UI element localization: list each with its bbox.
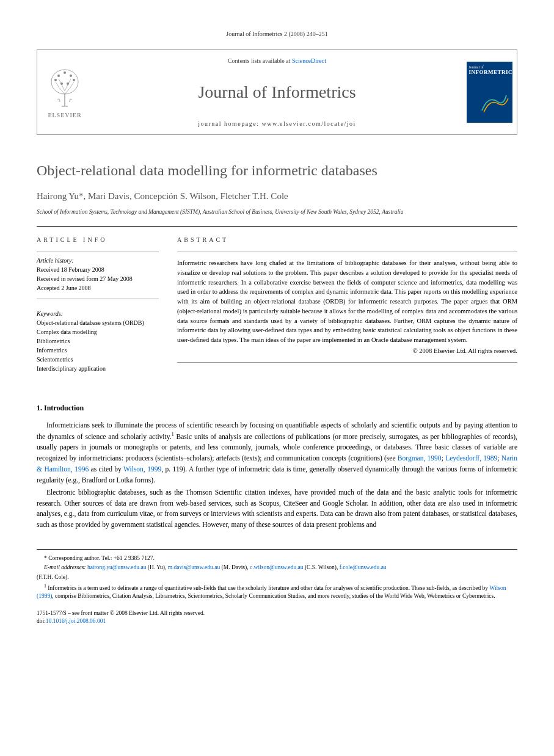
keyword: Complex data modelling <box>37 327 159 336</box>
article-info: ARTICLE INFO Article history: Received 1… <box>37 236 159 385</box>
intro-para-2: Electronic bibliographic databases, such… <box>37 487 517 531</box>
footnote-text: Informetrics is a term used to delineate… <box>48 585 489 591</box>
elsevier-label: ELSEVIER <box>48 112 81 118</box>
email-link[interactable]: c.wilson@unsw.edu.au <box>250 564 304 570</box>
email-continuation: (F.T.H. Cole). <box>37 573 517 581</box>
author-short: (M. Davis), <box>220 564 250 570</box>
para-text: as cited by <box>89 465 123 473</box>
email-link[interactable]: m.davis@unsw.edu.au <box>168 564 220 570</box>
abstract-text: Informetric researchers have long chafed… <box>177 252 517 363</box>
journal-homepage: journal homepage: www.elsevier.com/locat… <box>92 120 462 127</box>
keyword: Object-relational database systems (ORDB… <box>37 318 159 327</box>
running-head: Journal of Informetrics 2 (2008) 240–251 <box>37 31 517 37</box>
email-link[interactable]: hairong.yu@unsw.edu.au <box>87 564 147 570</box>
elsevier-logo: ELSEVIER <box>37 50 92 134</box>
svg-point-5 <box>64 71 66 74</box>
elsevier-tree-icon <box>46 67 83 109</box>
email-addresses: E-mail addresses: hairong.yu@unsw.edu.au… <box>37 564 517 572</box>
svg-point-3 <box>57 75 60 77</box>
footnote-1: 1 Informetrics is a term used to delinea… <box>37 583 517 601</box>
copyright: © 2008 Elsevier Ltd. All rights reserved… <box>177 346 517 356</box>
footnote-number: 1 <box>44 583 46 589</box>
citation-link[interactable]: Leydesdorff, 1989 <box>445 454 497 462</box>
history-block: Received 18 February 2008 Received in re… <box>37 265 159 299</box>
accepted-date: Accepted 2 June 2008 <box>37 283 159 293</box>
keywords-block: Object-relational database systems (ORDB… <box>37 318 159 379</box>
issn-line: 1751-1577/$ – see front matter © 2008 El… <box>37 609 517 617</box>
sciencedirect-link[interactable]: ScienceDirect <box>292 57 326 64</box>
svg-point-2 <box>73 79 75 81</box>
doi-label: doi: <box>37 618 46 624</box>
citation-link[interactable]: Wilson, 1999 <box>123 465 161 473</box>
footnote-text: , comprise Bibliometrics, Citation Analy… <box>52 593 495 599</box>
contents-prefix: Contents lists available at <box>228 57 292 64</box>
revised-date: Received in revised form 27 May 2008 <box>37 274 159 283</box>
intro-para-1: Informetricians seek to illuminate the p… <box>37 420 517 486</box>
cover-informetrics: INFORMETRICS <box>469 69 510 75</box>
citation-link[interactable]: Borgman, 1990 <box>398 454 442 462</box>
keywords-label: Keywords: <box>37 305 159 317</box>
keyword: Bibliometrics <box>37 336 159 346</box>
abstract: ABSTRACT Informetric researchers have lo… <box>177 236 517 385</box>
abstract-heading: ABSTRACT <box>177 236 517 243</box>
article-title: Object-relational data modelling for inf… <box>37 162 517 179</box>
author-short: (C.S. Wilson), <box>304 564 340 570</box>
authors: Hairong Yu*, Mari Davis, Concepción S. W… <box>37 191 517 202</box>
svg-point-4 <box>70 75 72 77</box>
doi-line: doi:10.1016/j.joi.2008.06.001 <box>37 617 517 625</box>
doi-link[interactable]: 10.1016/j.joi.2008.06.001 <box>46 618 106 624</box>
journal-title: Journal of Informetrics <box>92 82 462 102</box>
email-label: E-mail addresses: <box>44 564 87 570</box>
footnotes: * Corresponding author. Tel.: +61 2 9385… <box>37 549 517 601</box>
history-label: Article history: <box>37 252 159 264</box>
email-link[interactable]: f.cole@unsw.edu.au <box>340 564 387 570</box>
svg-point-7 <box>67 82 69 85</box>
contents-line: Contents lists available at ScienceDirec… <box>92 57 462 64</box>
keyword: Scientometrics <box>37 355 159 364</box>
svg-point-1 <box>54 79 57 81</box>
publication-info: 1751-1577/$ – see front matter © 2008 El… <box>37 609 517 626</box>
article-info-heading: ARTICLE INFO <box>37 236 159 243</box>
journal-cover: Journal of INFORMETRICS <box>462 50 517 134</box>
author-short: (H. Yu), <box>146 564 167 570</box>
received-date: Received 18 February 2008 <box>37 265 159 274</box>
svg-point-6 <box>60 82 63 85</box>
keyword: Informetrics <box>37 346 159 355</box>
affiliation: School of Information Systems, Technolog… <box>37 209 517 215</box>
abstract-body: Informetric researchers have long chafed… <box>177 260 517 343</box>
corresponding-author: * Corresponding author. Tel.: +61 2 9385… <box>37 554 517 562</box>
journal-header: ELSEVIER Contents lists available at Sci… <box>37 49 517 135</box>
cover-swirl-icon <box>479 89 509 114</box>
section-1-heading: 1. Introduction <box>37 404 517 413</box>
keyword: Interdisciplinary application <box>37 364 159 373</box>
